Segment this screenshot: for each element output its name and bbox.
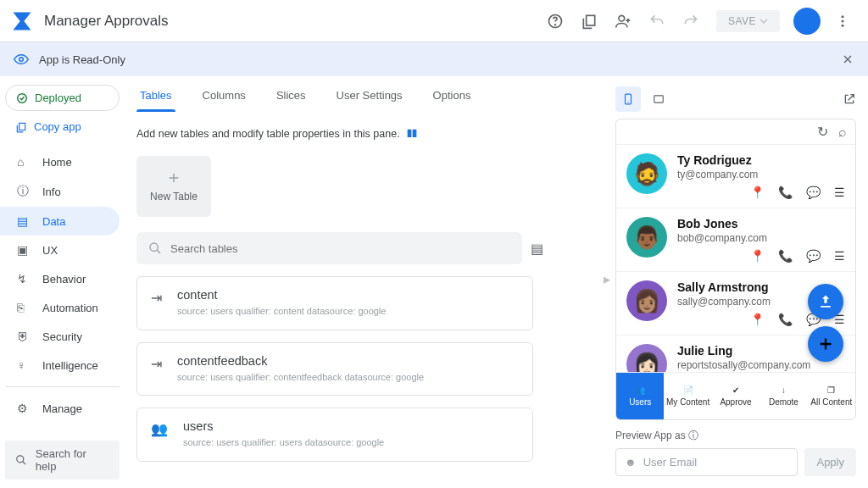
sidebar-item-intelligence[interactable]: ♀Intelligence bbox=[0, 351, 120, 380]
help-icon[interactable] bbox=[540, 6, 570, 36]
nav-label: Demote bbox=[769, 397, 798, 407]
view-toggle-icon[interactable]: ▤ bbox=[531, 241, 543, 257]
user-row[interactable]: 🧔 Ty Rodriguez ty@company.com 📍📞💬☰ bbox=[616, 145, 855, 208]
svg-point-3 bbox=[619, 15, 625, 21]
sidebar-item-info[interactable]: ⓘInfo bbox=[0, 176, 120, 207]
phone-icon[interactable]: 📞 bbox=[778, 313, 793, 326]
apply-button[interactable]: Apply bbox=[804, 448, 856, 476]
new-table-button[interactable]: New Table bbox=[136, 156, 211, 217]
preview-email-input[interactable]: ☻ User Email bbox=[615, 448, 798, 476]
chat-icon[interactable]: 💬 bbox=[806, 186, 821, 199]
tab-tables[interactable]: Tables bbox=[136, 79, 175, 112]
table-card-contentfeedback[interactable]: ⇥ contentfeedback source: users qualifie… bbox=[136, 342, 533, 396]
sidebar-item-data[interactable]: ▤Data bbox=[0, 207, 120, 236]
person-icon: ☻ bbox=[625, 456, 637, 469]
sidebar-item-manage[interactable]: ⚙Manage bbox=[0, 394, 120, 423]
location-icon[interactable]: 📍 bbox=[750, 249, 765, 263]
sidebar: Deployed Copy app ⌂Home ⓘInfo ▤Data ▣UX … bbox=[0, 76, 125, 488]
search-tables-input[interactable] bbox=[136, 232, 522, 264]
copy-stack-icon[interactable] bbox=[574, 6, 604, 36]
sidebar-item-automation[interactable]: ⎘Automation bbox=[0, 293, 120, 322]
search-icon[interactable]: ⌕ bbox=[838, 125, 847, 140]
tab-user-settings[interactable]: User Settings bbox=[333, 79, 406, 112]
user-row[interactable]: 👨🏾 Bob Jones bob@company.com 📍📞💬☰ bbox=[616, 208, 855, 272]
tab-columns[interactable]: Columns bbox=[199, 79, 249, 112]
list-icon[interactable]: ☰ bbox=[834, 249, 845, 263]
search-help-placeholder: Search for help bbox=[36, 447, 109, 473]
nav-label: Data bbox=[42, 215, 65, 228]
tab-slices[interactable]: Slices bbox=[273, 79, 309, 112]
preview-as-label: Preview App as bbox=[615, 430, 686, 441]
nav-label: My Content bbox=[666, 397, 709, 407]
nav-label: Security bbox=[42, 330, 82, 343]
email-placeholder: User Email bbox=[643, 456, 698, 469]
appsheet-logo-icon bbox=[10, 9, 34, 33]
demote-icon: ↓ bbox=[782, 385, 786, 395]
shield-icon: ⛨ bbox=[17, 330, 31, 343]
nav-users[interactable]: 👥Users bbox=[616, 373, 664, 419]
sidebar-item-home[interactable]: ⌂Home bbox=[0, 147, 120, 176]
user-email: bob@company.com bbox=[677, 232, 845, 244]
user-avatar[interactable] bbox=[793, 8, 821, 35]
list-icon[interactable]: ☰ bbox=[834, 186, 845, 199]
info-icon[interactable]: ⓘ bbox=[688, 430, 698, 441]
redo-icon[interactable] bbox=[676, 6, 706, 36]
copy-app-button[interactable]: Copy app bbox=[5, 114, 120, 139]
nav-label: UX bbox=[42, 244, 58, 257]
nav-demote[interactable]: ↓Demote bbox=[760, 373, 807, 419]
svg-point-7 bbox=[19, 58, 24, 62]
tab-options[interactable]: Options bbox=[430, 79, 475, 112]
table-card-content[interactable]: ⇥ content source: users qualifier: conte… bbox=[136, 276, 533, 330]
fab-upload-button[interactable] bbox=[808, 284, 843, 319]
location-icon[interactable]: 📍 bbox=[750, 313, 765, 326]
tablet-view-button[interactable] bbox=[646, 86, 671, 112]
open-external-icon[interactable] bbox=[843, 92, 856, 106]
undo-icon[interactable] bbox=[642, 6, 672, 36]
svg-point-1 bbox=[554, 24, 555, 25]
home-icon: ⌂ bbox=[17, 155, 31, 169]
nav-label: Approve bbox=[720, 397, 751, 407]
mobile-view-button[interactable] bbox=[615, 86, 641, 112]
plus-icon bbox=[166, 170, 181, 186]
save-button[interactable]: SAVE bbox=[716, 10, 780, 32]
app-header: ↻ ⌕ bbox=[616, 119, 855, 145]
add-user-icon[interactable] bbox=[608, 6, 638, 36]
fab-add-button[interactable] bbox=[808, 326, 843, 362]
pane-description: Add new tables and modify table properti… bbox=[133, 114, 604, 156]
svg-point-6 bbox=[842, 24, 844, 26]
copy-app-label: Copy app bbox=[34, 120, 81, 133]
search-icon bbox=[15, 454, 27, 466]
chat-icon[interactable]: 💬 bbox=[806, 249, 821, 263]
nav-label: Home bbox=[42, 156, 72, 169]
phone-icon[interactable]: 📞 bbox=[778, 186, 793, 199]
data-icon: ▤ bbox=[17, 214, 31, 228]
close-banner-icon[interactable] bbox=[841, 53, 854, 66]
nav-label: Info bbox=[42, 186, 61, 198]
sidebar-item-security[interactable]: ⛨Security bbox=[0, 322, 120, 351]
location-icon[interactable]: 📍 bbox=[750, 186, 765, 199]
user-name: Ty Rodriguez bbox=[677, 153, 845, 167]
search-tables-field[interactable] bbox=[170, 242, 510, 255]
nav-mycontent[interactable]: 📄My Content bbox=[664, 373, 711, 419]
user-avatar-icon: 👩🏽 bbox=[626, 280, 667, 321]
nav-allcontent[interactable]: ❐All Content bbox=[808, 373, 855, 419]
refresh-icon[interactable]: ↻ bbox=[817, 124, 828, 140]
docs-link-icon[interactable] bbox=[405, 127, 419, 141]
manage-icon: ⚙ bbox=[17, 402, 31, 415]
nav-approve[interactable]: ✔Approve bbox=[712, 373, 760, 419]
expand-handle-icon[interactable]: ▸ bbox=[604, 271, 610, 287]
deployed-pill[interactable]: Deployed bbox=[5, 85, 120, 111]
phone-icon[interactable]: 📞 bbox=[778, 249, 793, 263]
table-icon: ⇥ bbox=[151, 290, 162, 306]
search-help-input[interactable]: Search for help bbox=[5, 441, 120, 480]
more-menu-icon[interactable] bbox=[827, 6, 858, 36]
behavior-icon: ↯ bbox=[17, 272, 31, 286]
table-icon: ⇥ bbox=[151, 356, 162, 372]
svg-point-4 bbox=[842, 15, 844, 18]
table-card-users[interactable]: 👥 users source: users qualifier: users d… bbox=[136, 408, 533, 462]
sidebar-item-behavior[interactable]: ↯Behavior bbox=[0, 264, 120, 293]
preview-footer: Preview App as ⓘ ☻ User Email Apply bbox=[615, 420, 856, 476]
approve-icon: ✔ bbox=[732, 385, 739, 395]
sidebar-item-ux[interactable]: ▣UX bbox=[0, 236, 120, 264]
save-label: SAVE bbox=[728, 15, 756, 27]
